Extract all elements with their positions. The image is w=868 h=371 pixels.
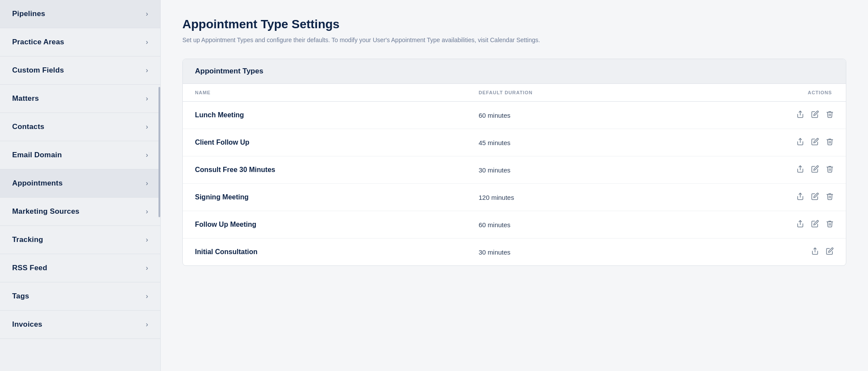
chevron-icon-appointments: › bbox=[146, 179, 148, 187]
action-icons-3 bbox=[691, 165, 834, 175]
table-row: Lunch Meeting 60 minutes bbox=[183, 102, 846, 129]
chevron-icon-pipelines: › bbox=[146, 10, 148, 18]
sidebar-item-label-custom-fields: Custom Fields bbox=[12, 66, 64, 75]
share-icon-3[interactable] bbox=[796, 165, 804, 175]
action-icons-2 bbox=[691, 138, 834, 147]
col-header-actions: ACTIONS bbox=[679, 84, 846, 102]
sidebar-item-label-matters: Matters bbox=[12, 94, 39, 103]
edit-icon-4[interactable] bbox=[811, 192, 819, 202]
cell-actions-2 bbox=[679, 129, 846, 156]
sidebar-item-tracking[interactable]: Tracking › bbox=[0, 226, 160, 254]
delete-icon-5[interactable] bbox=[826, 220, 834, 229]
sidebar-item-pipelines[interactable]: Pipelines › bbox=[0, 0, 160, 28]
table-row: Client Follow Up 45 minutes bbox=[183, 129, 846, 156]
cell-duration-6: 30 minutes bbox=[466, 238, 679, 266]
cell-actions-5 bbox=[679, 211, 846, 238]
cell-actions-6 bbox=[679, 238, 846, 266]
sidebar-item-label-rss-feed: RSS Feed bbox=[12, 264, 47, 272]
cell-name-6: Initial Consultation bbox=[183, 238, 466, 266]
sidebar-item-tags[interactable]: Tags › bbox=[0, 282, 160, 311]
cell-name-5: Follow Up Meeting bbox=[183, 211, 466, 238]
card-header: Appointment Types bbox=[183, 59, 846, 84]
delete-icon-4[interactable] bbox=[826, 192, 834, 202]
share-icon-4[interactable] bbox=[796, 192, 804, 202]
sidebar-item-marketing-sources[interactable]: Marketing Sources › bbox=[0, 198, 160, 226]
sidebar-item-contacts[interactable]: Contacts › bbox=[0, 113, 160, 141]
cell-name-1: Lunch Meeting bbox=[183, 102, 466, 129]
action-icons-4 bbox=[691, 192, 834, 202]
cell-actions-4 bbox=[679, 184, 846, 211]
edit-icon-6[interactable] bbox=[826, 247, 834, 257]
sidebar-item-label-invoices: Invoices bbox=[12, 320, 42, 329]
sidebar-item-label-tags: Tags bbox=[12, 292, 29, 301]
table-head: NAME DEFAULT DURATION ACTIONS bbox=[183, 84, 846, 102]
sidebar-item-label-appointments: Appointments bbox=[12, 179, 63, 188]
main-content: Appointment Type Settings Set up Appoint… bbox=[161, 0, 868, 371]
action-icons-5 bbox=[691, 220, 834, 229]
sidebar-item-practice-areas[interactable]: Practice Areas › bbox=[0, 28, 160, 56]
cell-duration-4: 120 minutes bbox=[466, 184, 679, 211]
chevron-icon-rss-feed: › bbox=[146, 264, 148, 272]
page-subtitle: Set up Appointment Types and configure t… bbox=[182, 36, 846, 45]
page-title: Appointment Type Settings bbox=[182, 17, 846, 31]
table-row: Initial Consultation 30 minutes bbox=[183, 238, 846, 266]
sidebar-item-label-tracking: Tracking bbox=[12, 235, 43, 244]
cell-name-4: Signing Meeting bbox=[183, 184, 466, 211]
sidebar-item-label-pipelines: Pipelines bbox=[12, 10, 45, 18]
sidebar-item-label-contacts: Contacts bbox=[12, 123, 44, 131]
table-row: Signing Meeting 120 minutes bbox=[183, 184, 846, 211]
share-icon-6[interactable] bbox=[811, 247, 819, 257]
chevron-icon-invoices: › bbox=[146, 321, 148, 328]
table-row: Follow Up Meeting 60 minutes bbox=[183, 211, 846, 238]
chevron-icon-tracking: › bbox=[146, 236, 148, 244]
chevron-icon-practice-areas: › bbox=[146, 38, 148, 46]
sidebar-item-label-practice-areas: Practice Areas bbox=[12, 38, 64, 46]
sidebar-item-matters[interactable]: Matters › bbox=[0, 85, 160, 113]
appointment-types-table: NAME DEFAULT DURATION ACTIONS Lunch Meet… bbox=[183, 84, 846, 265]
cell-name-3: Consult Free 30 Minutes bbox=[183, 156, 466, 184]
sidebar-item-label-email-domain: Email Domain bbox=[12, 151, 62, 159]
sidebar-item-custom-fields[interactable]: Custom Fields › bbox=[0, 56, 160, 85]
edit-icon-3[interactable] bbox=[811, 165, 819, 175]
col-header-name: NAME bbox=[183, 84, 466, 102]
sidebar-item-rss-feed[interactable]: RSS Feed › bbox=[0, 254, 160, 282]
chevron-icon-tags: › bbox=[146, 292, 148, 300]
edit-icon-2[interactable] bbox=[811, 138, 819, 147]
cell-actions-1 bbox=[679, 102, 846, 129]
chevron-icon-custom-fields: › bbox=[146, 66, 148, 74]
chevron-icon-contacts: › bbox=[146, 123, 148, 131]
edit-icon-5[interactable] bbox=[811, 220, 819, 229]
table-body: Lunch Meeting 60 minutes bbox=[183, 102, 846, 266]
cell-duration-5: 60 minutes bbox=[466, 211, 679, 238]
table-row: Consult Free 30 Minutes 30 minutes bbox=[183, 156, 846, 184]
sidebar-item-email-domain[interactable]: Email Domain › bbox=[0, 141, 160, 169]
delete-icon-1[interactable] bbox=[826, 110, 834, 120]
sidebar-item-label-marketing-sources: Marketing Sources bbox=[12, 207, 79, 216]
sidebar: Pipelines › Practice Areas › Custom Fiel… bbox=[0, 0, 161, 371]
cell-duration-2: 45 minutes bbox=[466, 129, 679, 156]
cell-name-2: Client Follow Up bbox=[183, 129, 466, 156]
cell-actions-3 bbox=[679, 156, 846, 184]
action-icons-1 bbox=[691, 110, 834, 120]
col-header-duration: DEFAULT DURATION bbox=[466, 84, 679, 102]
cell-duration-1: 60 minutes bbox=[466, 102, 679, 129]
sidebar-item-appointments[interactable]: Appointments › bbox=[0, 169, 160, 198]
appointment-types-card: Appointment Types NAME DEFAULT DURATION … bbox=[182, 59, 846, 266]
share-icon-5[interactable] bbox=[796, 220, 804, 229]
chevron-icon-marketing-sources: › bbox=[146, 208, 148, 215]
chevron-icon-matters: › bbox=[146, 95, 148, 103]
share-icon-1[interactable] bbox=[796, 110, 804, 120]
sidebar-scrollbar[interactable] bbox=[158, 87, 160, 217]
delete-icon-3[interactable] bbox=[826, 165, 834, 175]
chevron-icon-email-domain: › bbox=[146, 151, 148, 159]
card-header-title: Appointment Types bbox=[195, 67, 263, 75]
sidebar-item-invoices[interactable]: Invoices › bbox=[0, 311, 160, 339]
share-icon-2[interactable] bbox=[796, 138, 804, 147]
delete-icon-2[interactable] bbox=[826, 138, 834, 147]
cell-duration-3: 30 minutes bbox=[466, 156, 679, 184]
action-icons-6 bbox=[691, 247, 834, 257]
edit-icon-1[interactable] bbox=[811, 110, 819, 120]
